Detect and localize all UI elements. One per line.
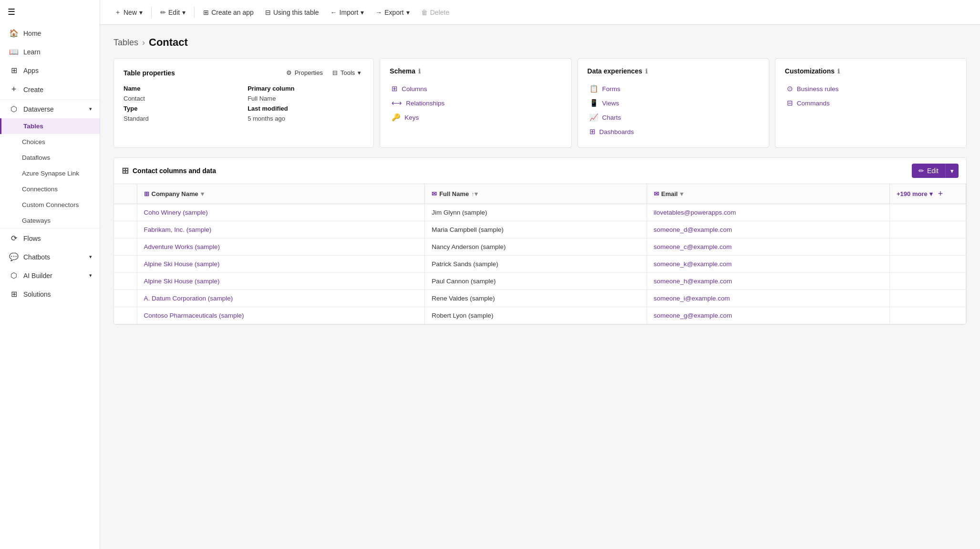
tools-button[interactable]: ⊟ Tools ▾ bbox=[330, 67, 364, 78]
views-label: Views bbox=[602, 100, 619, 107]
row-selector-header bbox=[114, 184, 137, 204]
full-name-cell: Jim Glynn (sample) bbox=[425, 204, 647, 221]
sidebar-item-custom-connectors[interactable]: Custom Connectors bbox=[0, 197, 100, 213]
full-name-header[interactable]: ✉ Full Name ↑▾ bbox=[425, 184, 647, 204]
row-checkbox-cell bbox=[114, 256, 137, 273]
table-row: A. Datum Corporation (sample) Rene Valde… bbox=[114, 290, 966, 307]
columns-label: Columns bbox=[402, 85, 427, 93]
table-props-label: Table properties bbox=[124, 69, 175, 77]
keys-icon: 🔑 bbox=[392, 113, 401, 122]
name-label: Name bbox=[124, 85, 240, 92]
more-cols-header[interactable]: +190 more ▾ + bbox=[890, 184, 966, 204]
sidebar-item-flows[interactable]: ⟳ Flows bbox=[0, 229, 100, 248]
solutions-label: Solutions bbox=[23, 290, 51, 298]
contact-data-table: ⊞ Company Name ▾ ✉ Full Name ↑▾ bbox=[114, 184, 966, 324]
primary-col-label: Primary column bbox=[248, 85, 364, 92]
chevron-down-icon: ▾ bbox=[929, 190, 933, 197]
row-checkbox-cell bbox=[114, 290, 137, 307]
email-cell: ilovetables@powerapps.com bbox=[647, 204, 889, 221]
delete-button[interactable]: 🗑 Delete bbox=[416, 6, 454, 19]
sidebar-item-apps[interactable]: ⊞ Apps bbox=[0, 61, 100, 80]
dashboards-link[interactable]: ⊞ Dashboards bbox=[588, 124, 759, 139]
add-column-button[interactable]: + bbox=[935, 189, 946, 199]
commands-link[interactable]: ⊟ Commands bbox=[785, 96, 957, 110]
new-button[interactable]: ＋ New ▾ bbox=[110, 5, 147, 20]
business-rules-link[interactable]: ⊙ Business rules bbox=[785, 82, 957, 96]
relationships-link[interactable]: ⟷ Relationships bbox=[390, 96, 561, 110]
page-content: Tables › Contact Table properties ⚙ Prop… bbox=[100, 25, 980, 549]
properties-button[interactable]: ⚙ Properties bbox=[283, 67, 326, 78]
sidebar-item-learn[interactable]: 📖 Learn bbox=[0, 42, 100, 61]
email-cell: someone_g@example.com bbox=[647, 307, 889, 324]
table-edit-button[interactable]: ✏ Edit bbox=[912, 164, 945, 178]
sidebar-item-connections[interactable]: Connections bbox=[0, 181, 100, 197]
edit-button[interactable]: ✏ Edit ▾ bbox=[155, 6, 190, 19]
table-row: Adventure Works (sample) Nancy Anderson … bbox=[114, 238, 966, 256]
hamburger-icon[interactable]: ☰ bbox=[8, 7, 15, 17]
columns-link[interactable]: ⊞ Columns bbox=[390, 82, 561, 96]
edit-label: Edit bbox=[927, 167, 939, 175]
sidebar-item-choices[interactable]: Choices bbox=[0, 134, 100, 150]
sidebar-item-solutions[interactable]: ⊞ Solutions bbox=[0, 285, 100, 303]
sidebar-item-home[interactable]: 🏠 Home bbox=[0, 24, 100, 42]
extra-cell bbox=[890, 256, 966, 273]
customizations-info-icon: ℹ bbox=[837, 68, 840, 75]
chevron-down-icon: ▾ bbox=[950, 167, 954, 175]
chatbots-label: Chatbots bbox=[23, 253, 50, 261]
relationships-label: Relationships bbox=[406, 100, 444, 107]
chevron-down-icon: ▾ bbox=[406, 9, 410, 16]
chevron-down-icon: ▾ bbox=[139, 9, 143, 16]
table-properties-title: Table properties ⚙ Properties ⊟ Tools ▾ bbox=[124, 67, 364, 78]
forms-link[interactable]: 📋 Forms bbox=[588, 82, 759, 96]
company-col-icon: ⊞ bbox=[144, 190, 149, 197]
sidebar-item-chatbots[interactable]: 💬 Chatbots ▾ bbox=[0, 248, 100, 266]
using-table-button[interactable]: ⊟ Using this table bbox=[260, 6, 324, 19]
table-row: Contoso Pharmaceuticals (sample) Robert … bbox=[114, 307, 966, 324]
keys-link[interactable]: 🔑 Keys bbox=[390, 110, 561, 124]
flows-section: ⟳ Flows 💬 Chatbots ▾ ⬡ AI Builder ▾ ⊞ So… bbox=[0, 228, 100, 303]
row-checkbox-cell bbox=[114, 221, 137, 238]
more-columns-button[interactable]: +190 more ▾ bbox=[897, 190, 933, 197]
charts-link[interactable]: 📈 Charts bbox=[588, 110, 759, 124]
topbar: ＋ New ▾ ✏ Edit ▾ ⊞ Create an app ⊟ Using… bbox=[100, 0, 980, 25]
charts-label: Charts bbox=[602, 114, 621, 121]
sidebar-item-gateways[interactable]: Gateways bbox=[0, 213, 100, 228]
breadcrumb-tables[interactable]: Tables bbox=[113, 38, 138, 48]
create-app-button[interactable]: ⊞ Create an app bbox=[198, 6, 258, 19]
sidebar-header: ☰ bbox=[0, 0, 100, 24]
email-col-icon: ✉ bbox=[654, 190, 659, 197]
sidebar-item-dataflows[interactable]: Dataflows bbox=[0, 150, 100, 166]
using-table-label: Using this table bbox=[273, 9, 319, 16]
sidebar-item-dataverse[interactable]: ⬡ Dataverse ▾ bbox=[0, 100, 100, 118]
edit-dropdown-button[interactable]: ▾ bbox=[945, 164, 959, 178]
sidebar-item-tables[interactable]: Tables bbox=[0, 118, 100, 134]
company-name-header[interactable]: ⊞ Company Name ▾ bbox=[137, 184, 425, 204]
dataflows-label: Dataflows bbox=[22, 154, 50, 161]
email-header[interactable]: ✉ Email ▾ bbox=[647, 184, 889, 204]
sidebar: ☰ 🏠 Home 📖 Learn ⊞ Apps + Create ⬡ Datav… bbox=[0, 0, 100, 549]
export-button[interactable]: → Export ▾ bbox=[371, 6, 414, 19]
delete-icon: 🗑 bbox=[421, 9, 428, 16]
table-row: Fabrikam, Inc. (sample) Maria Campbell (… bbox=[114, 221, 966, 238]
table-row: Coho Winery (sample) Jim Glynn (sample) … bbox=[114, 204, 966, 221]
data-exp-info-icon: ℹ bbox=[645, 68, 648, 75]
create-app-label: Create an app bbox=[211, 9, 254, 16]
ai-builder-icon: ⬡ bbox=[9, 271, 19, 280]
row-checkbox-cell bbox=[114, 238, 137, 256]
views-link[interactable]: 📱 Views bbox=[588, 96, 759, 110]
sidebar-item-create[interactable]: + Create bbox=[0, 80, 100, 99]
sidebar-item-azure-synapse[interactable]: Azure Synapse Link bbox=[0, 166, 100, 181]
sidebar-item-label: Dataverse bbox=[23, 105, 54, 113]
choices-label: Choices bbox=[22, 138, 45, 145]
create-icon: + bbox=[9, 84, 19, 94]
sidebar-item-ai-builder[interactable]: ⬡ AI Builder ▾ bbox=[0, 266, 100, 285]
ai-builder-label: AI Builder bbox=[23, 272, 52, 280]
import-button[interactable]: ← Import ▾ bbox=[326, 6, 369, 19]
topbar-divider bbox=[151, 7, 152, 18]
company-name-cell: Coho Winery (sample) bbox=[137, 204, 425, 221]
type-label: Type bbox=[124, 105, 240, 112]
import-label: Import bbox=[340, 9, 359, 16]
info-cards-row: Table properties ⚙ Properties ⊟ Tools ▾ bbox=[113, 58, 967, 148]
email-label: Email bbox=[661, 190, 678, 197]
row-checkbox-cell bbox=[114, 307, 137, 324]
